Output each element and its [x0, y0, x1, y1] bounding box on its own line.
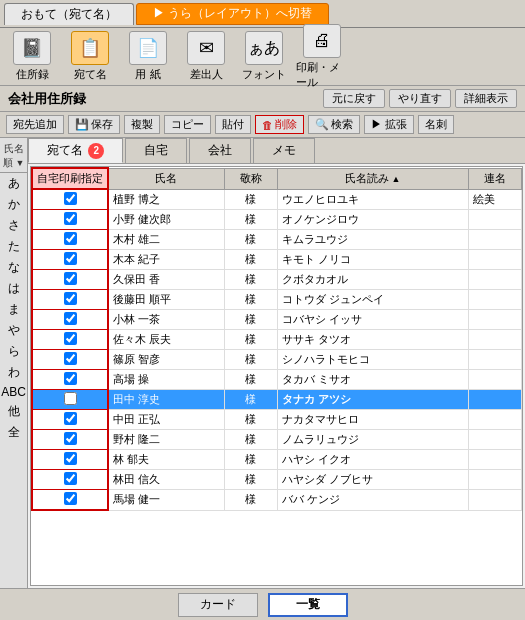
- print-checkbox[interactable]: [64, 392, 77, 405]
- cell-honorific: 様: [224, 350, 277, 370]
- expand-button[interactable]: ▶ 拡張: [364, 115, 414, 134]
- cell-name: 林 郁夫: [108, 450, 224, 470]
- toolbar-font[interactable]: ぁあ フォント: [238, 31, 290, 82]
- card-button[interactable]: 名刺: [418, 115, 454, 134]
- header-reading[interactable]: 氏名読み: [277, 168, 468, 189]
- tab-memo[interactable]: メモ: [253, 138, 315, 163]
- alpha-wa[interactable]: わ: [0, 362, 27, 383]
- cell-name: 小野 健次郎: [108, 210, 224, 230]
- toolbar-paper[interactable]: 📄 用 紙: [122, 31, 174, 82]
- print-checkbox[interactable]: [64, 452, 77, 465]
- cell-reading: ウエノヒロユキ: [277, 189, 468, 210]
- cell-connect: [468, 450, 521, 470]
- action-bar: 宛先追加 💾 保存 複製 コピー 貼付 🗑 削除 🔍 検索 ▶ 拡張 名刺: [0, 112, 525, 138]
- print-checkbox[interactable]: [64, 412, 77, 425]
- table-row[interactable]: 小林 一茶様コバヤシ イッサ: [32, 310, 522, 330]
- sort-label: 氏名順 ▼: [0, 140, 27, 173]
- cell-connect: [468, 410, 521, 430]
- app-title: 会社用住所録: [8, 90, 86, 108]
- table-row[interactable]: 久保田 香様クボタカオル: [32, 270, 522, 290]
- print-checkbox[interactable]: [64, 272, 77, 285]
- paste-button[interactable]: 貼付: [215, 115, 251, 134]
- delete-icon: 🗑: [262, 119, 273, 131]
- print-checkbox[interactable]: [64, 292, 77, 305]
- add-button[interactable]: 宛先追加: [6, 115, 64, 134]
- sender-icon: ✉: [187, 31, 225, 65]
- header-honorific: 敬称: [224, 168, 277, 189]
- cell-honorific: 様: [224, 290, 277, 310]
- alpha-other[interactable]: 他: [0, 401, 27, 422]
- table-row[interactable]: 篠原 智彦様シノハラトモヒコ: [32, 350, 522, 370]
- table-row[interactable]: 木村 雄二様キムラユウジ: [32, 230, 522, 250]
- tab-front[interactable]: おもて（宛て名）: [4, 3, 134, 25]
- table-row[interactable]: 田中 淳史様タナカ アツシ: [32, 390, 522, 410]
- print-checkbox[interactable]: [64, 432, 77, 445]
- alpha-ka[interactable]: か: [0, 194, 27, 215]
- tab-home[interactable]: 自宅: [125, 138, 187, 163]
- cell-honorific: 様: [224, 210, 277, 230]
- toolbar-address-book[interactable]: 📓 住所録: [6, 31, 58, 82]
- alpha-all[interactable]: 全: [0, 422, 27, 443]
- table-row[interactable]: 後藤田 順平様コトウダ ジュンペイ: [32, 290, 522, 310]
- table-row[interactable]: 馬場 健一様ババ ケンジ: [32, 490, 522, 511]
- main-content: 氏名順 ▼ あ か さ た な は ま や ら わ ABC 他 全 宛て名 2 …: [0, 138, 525, 588]
- print-checkbox[interactable]: [64, 312, 77, 325]
- print-checkbox[interactable]: [64, 252, 77, 265]
- table-row[interactable]: 小野 健次郎様オノケンジロウ: [32, 210, 522, 230]
- cell-name: 後藤田 順平: [108, 290, 224, 310]
- alpha-abc[interactable]: ABC: [0, 383, 27, 401]
- cell-honorific: 様: [224, 470, 277, 490]
- card-view-button[interactable]: カード: [178, 593, 258, 617]
- delete-button[interactable]: 🗑 削除: [255, 115, 304, 134]
- table-row[interactable]: 高場 操様タカバ ミサオ: [32, 370, 522, 390]
- table-row[interactable]: 林 郁夫様ハヤシ イクオ: [32, 450, 522, 470]
- toolbar-print[interactable]: 🖨 印刷・メール: [296, 24, 348, 90]
- redo-button[interactable]: やり直す: [389, 89, 451, 108]
- alpha-na[interactable]: な: [0, 257, 27, 278]
- print-checkbox[interactable]: [64, 192, 77, 205]
- print-checkbox[interactable]: [64, 212, 77, 225]
- alpha-a[interactable]: あ: [0, 173, 27, 194]
- table-row[interactable]: 植野 博之様ウエノヒロユキ絵美: [32, 189, 522, 210]
- cell-connect: [468, 370, 521, 390]
- print-checkbox[interactable]: [64, 232, 77, 245]
- table-row[interactable]: 木本 紀子様キモト ノリコ: [32, 250, 522, 270]
- copy2-button[interactable]: コピー: [164, 115, 211, 134]
- print-checkbox[interactable]: [64, 332, 77, 345]
- app-bar: 会社用住所録 元に戻す やり直す 詳細表示: [0, 86, 525, 112]
- cell-reading: タカバ ミサオ: [277, 370, 468, 390]
- print-checkbox[interactable]: [64, 472, 77, 485]
- table-row[interactable]: 野村 隆二様ノムラリュウジ: [32, 430, 522, 450]
- save-icon: 💾: [75, 118, 89, 131]
- cell-reading: ハヤシダ ノブヒサ: [277, 470, 468, 490]
- tab-addressee[interactable]: 宛て名 2: [28, 138, 123, 163]
- alpha-sa[interactable]: さ: [0, 215, 27, 236]
- copy-button[interactable]: 複製: [124, 115, 160, 134]
- toolbar-addressee[interactable]: 📋 宛て名: [64, 31, 116, 82]
- cell-reading: ノムラリュウジ: [277, 430, 468, 450]
- cell-connect: [468, 330, 521, 350]
- list-view-button[interactable]: 一覧: [268, 593, 348, 617]
- table-row[interactable]: 林田 信久様ハヤシダ ノブヒサ: [32, 470, 522, 490]
- alpha-ra[interactable]: ら: [0, 341, 27, 362]
- alpha-ta[interactable]: た: [0, 236, 27, 257]
- header-name[interactable]: 氏名: [108, 168, 224, 189]
- toolbar-sender[interactable]: ✉ 差出人: [180, 31, 232, 82]
- table-row[interactable]: 中田 正弘様ナカタマサヒロ: [32, 410, 522, 430]
- print-checkbox[interactable]: [64, 352, 77, 365]
- print-checkbox[interactable]: [64, 372, 77, 385]
- detail-button[interactable]: 詳細表示: [455, 89, 517, 108]
- tab-company[interactable]: 会社: [189, 138, 251, 163]
- save-button[interactable]: 💾 保存: [68, 115, 120, 134]
- data-table-wrapper[interactable]: 自宅印刷指定 氏名 敬称 氏名読み 連名 植野 博之様ウエノヒロユキ絵美小野 健…: [30, 166, 523, 586]
- print-checkbox[interactable]: [64, 492, 77, 505]
- table-row[interactable]: 佐々木 辰夫様ササキ タツオ: [32, 330, 522, 350]
- alpha-ha[interactable]: は: [0, 278, 27, 299]
- search-button[interactable]: 🔍 検索: [308, 115, 360, 134]
- cell-connect: [468, 490, 521, 511]
- undo-button[interactable]: 元に戻す: [323, 89, 385, 108]
- alpha-ma[interactable]: ま: [0, 299, 27, 320]
- cell-name: 中田 正弘: [108, 410, 224, 430]
- tab-back[interactable]: ▶ うら（レイアウト）へ切替: [136, 3, 329, 25]
- alpha-ya[interactable]: や: [0, 320, 27, 341]
